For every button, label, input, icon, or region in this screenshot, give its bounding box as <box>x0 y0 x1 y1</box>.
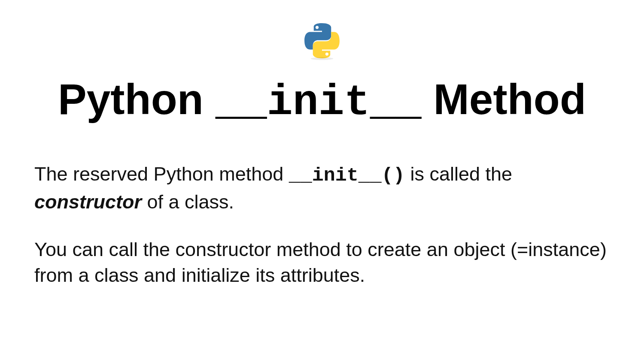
slide-title: Python __init__ Method <box>34 75 610 127</box>
svg-point-0 <box>311 57 333 60</box>
paragraph-2: You can call the constructor method to c… <box>34 237 610 289</box>
p1-mono: __init__() <box>289 165 405 187</box>
title-part3: Method <box>422 75 586 123</box>
p2-text: You can call the constructor method to c… <box>34 238 607 287</box>
p1-emph: constructor <box>34 191 142 213</box>
title-mono: __init__ <box>216 78 422 127</box>
paragraph-1: The reserved Python method __init__() is… <box>34 161 610 215</box>
p1-mid: is called the <box>405 163 512 185</box>
logo-container <box>34 21 610 62</box>
python-logo-icon <box>303 21 341 62</box>
p1-suffix: of a class. <box>142 191 234 213</box>
title-part1: Python <box>58 75 216 123</box>
p1-pre: The reserved Python method <box>34 163 289 185</box>
